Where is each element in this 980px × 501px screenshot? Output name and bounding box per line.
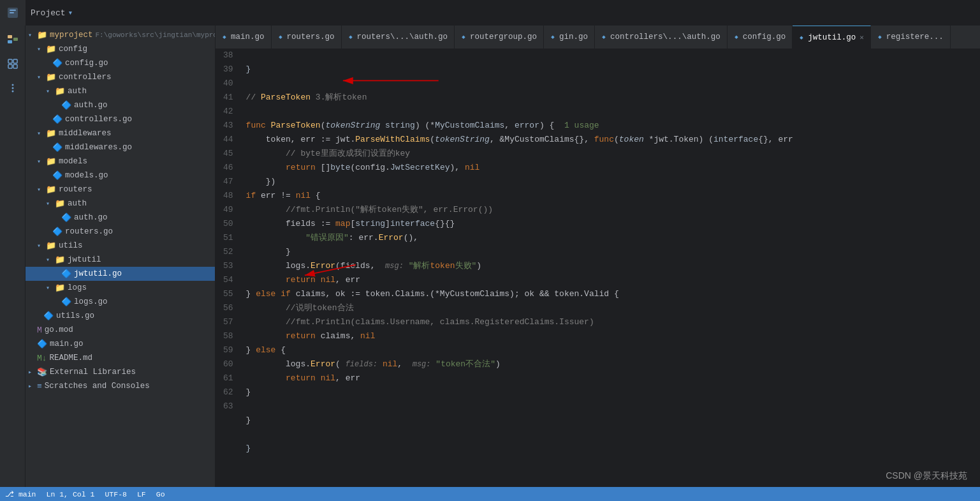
tab-routers-go[interactable]: ⬥ routers.go [272, 26, 342, 49]
code-content: } // ParseToken 3.解析token func ParseToke… [241, 49, 980, 487]
tree-auth-go[interactable]: 🔷 auth.go [26, 98, 215, 112]
tab-main-go-label: ⬥ [222, 33, 227, 41]
tab-registere[interactable]: ⬥ registere... [871, 26, 951, 49]
tree-logs-go[interactable]: 🔷 logs.go [26, 295, 215, 309]
svg-rect-5 [13, 38, 18, 41]
tree-routers-go[interactable]: 🔷 routers.go [26, 225, 215, 239]
editor-area: ⬥ main.go ⬥ routers.go ⬥ routers\...\aut… [216, 26, 980, 487]
line-col: Ln 1, Col 1 [47, 490, 95, 498]
tab-jwtutil-close[interactable]: ✕ [859, 33, 864, 41]
tab-routers-auth-go[interactable]: ⬥ routers\...\auth.go [342, 26, 455, 49]
tree-logs-folder[interactable]: ▾ 📁 logs [26, 281, 215, 295]
tree-scratches[interactable]: ▸ ≡ Scratches and Consoles [26, 379, 215, 393]
tab-jwtutil-dot: ⬥ [799, 33, 804, 42]
svg-rect-6 [8, 59, 12, 63]
tree-controllers-folder[interactable]: ▾ 📁 controllers [26, 70, 215, 84]
svg-rect-7 [13, 59, 17, 63]
file-tree-icon[interactable] [1, 28, 24, 51]
tab-routergroup-text: routergroup.go [470, 33, 537, 41]
tab-controllers-auth-text: controllers\...\auth.go [610, 33, 720, 41]
tree-external-libraries[interactable]: ▸ 📚 External Libraries [26, 365, 215, 379]
svg-rect-2 [10, 12, 14, 13]
file-tree: ▾ 📁 myproject F:\goworks\src\jingtian\my… [26, 26, 216, 487]
tab-controllers-auth-go[interactable]: ⬥ controllers\...\auth.go [595, 26, 728, 49]
line-ending: LF [137, 490, 146, 498]
lang: Go [156, 490, 165, 498]
tab-routergroup-go[interactable]: ⬥ routergroup.go [455, 26, 544, 49]
tree-routers-auth-go[interactable]: 🔷 auth.go [26, 211, 215, 225]
tree-routers-auth-folder[interactable]: ▾ 📁 auth [26, 197, 215, 211]
tree-go-mod[interactable]: M go.mod [26, 323, 215, 337]
tab-config-go[interactable]: ⬥ config.go [728, 26, 793, 49]
tree-utils-go[interactable]: 🔷 utils.go [26, 309, 215, 323]
tab-jwtutil-text: jwtutil.go [808, 33, 856, 42]
tree-models-folder[interactable]: ▾ 📁 models [26, 154, 215, 168]
tree-controllers-go[interactable]: 🔷 controllers.go [26, 112, 215, 126]
tree-auth-folder[interactable]: ▾ 📁 auth [26, 84, 215, 98]
line-numbers: 38 39 40 41 42 43 44 45 46 47 48 49 50 5… [216, 49, 241, 487]
svg-point-11 [11, 87, 13, 89]
tab-gin-dot: ⬥ [550, 33, 555, 41]
tree-middlewares-go[interactable]: 🔷 middlewares.go [26, 140, 215, 154]
tab-main-go-text: main.go [231, 33, 265, 41]
tab-gin-text: gin.go [559, 33, 588, 41]
project-title[interactable]: Project ▾ [26, 8, 78, 18]
tab-routers-go-text: routers.go [287, 33, 335, 41]
tree-routers-folder[interactable]: ▾ 📁 routers [26, 183, 215, 197]
sidebar-icons [0, 26, 26, 487]
tree-utils-folder[interactable]: ▾ 📁 utils [26, 239, 215, 253]
tab-jwtutil-go[interactable]: ⬥ jwtutil.go ✕ [793, 26, 871, 49]
structure-icon[interactable] [1, 52, 24, 75]
tab-registere-dot: ⬥ [877, 33, 882, 41]
project-label: Project [31, 8, 66, 18]
git-branch: ⎇ main [5, 490, 36, 498]
tree-config-go[interactable]: 🔷 config.go [26, 56, 215, 70]
project-chevron: ▾ [68, 8, 73, 18]
svg-rect-9 [13, 64, 17, 68]
tree-jwtutil-folder[interactable]: ▾ 📁 jwtutil [26, 253, 215, 267]
svg-rect-8 [8, 64, 12, 68]
tab-controllers-auth-dot: ⬥ [601, 33, 606, 41]
tab-routergroup-dot: ⬥ [461, 33, 466, 41]
app-icon [0, 0, 26, 26]
tab-routers-auth-dot: ⬥ [348, 33, 353, 41]
tabs-bar: ⬥ main.go ⬥ routers.go ⬥ routers\...\aut… [216, 26, 980, 49]
tab-routers-dot: ⬥ [278, 33, 283, 41]
tree-middlewares-folder[interactable]: ▾ 📁 middlewares [26, 126, 215, 140]
encoding: UTF-8 [105, 490, 127, 498]
tab-gin-go[interactable]: ⬥ gin.go [544, 26, 595, 49]
tree-models-go[interactable]: 🔷 models.go [26, 168, 215, 183]
bottom-bar: ⎇ main Ln 1, Col 1 UTF-8 LF Go [0, 487, 980, 501]
svg-rect-4 [8, 40, 12, 43]
more-icon[interactable] [1, 77, 24, 100]
code-editor[interactable]: 38 39 40 41 42 43 44 45 46 47 48 49 50 5… [216, 49, 980, 487]
tab-config-text: config.go [743, 33, 786, 41]
svg-point-10 [11, 84, 13, 86]
tab-routers-auth-text: routers\...\auth.go [357, 33, 448, 41]
svg-point-12 [11, 91, 13, 93]
tree-readme-md[interactable]: M↓ README.md [26, 351, 215, 365]
tab-main-go[interactable]: ⬥ main.go [216, 26, 272, 49]
tab-config-dot: ⬥ [734, 33, 739, 41]
svg-rect-1 [10, 10, 16, 11]
tree-root[interactable]: ▾ 📁 myproject F:\goworks\src\jingtian\my… [26, 28, 215, 42]
tab-registere-text: registere... [886, 33, 944, 41]
svg-rect-3 [8, 35, 12, 38]
tree-config-folder[interactable]: ▾ 📁 config [26, 42, 215, 56]
tree-main-go[interactable]: 🔷 main.go [26, 337, 215, 351]
tree-jwtutil-go[interactable]: 🔷 jwtutil.go [26, 267, 215, 281]
